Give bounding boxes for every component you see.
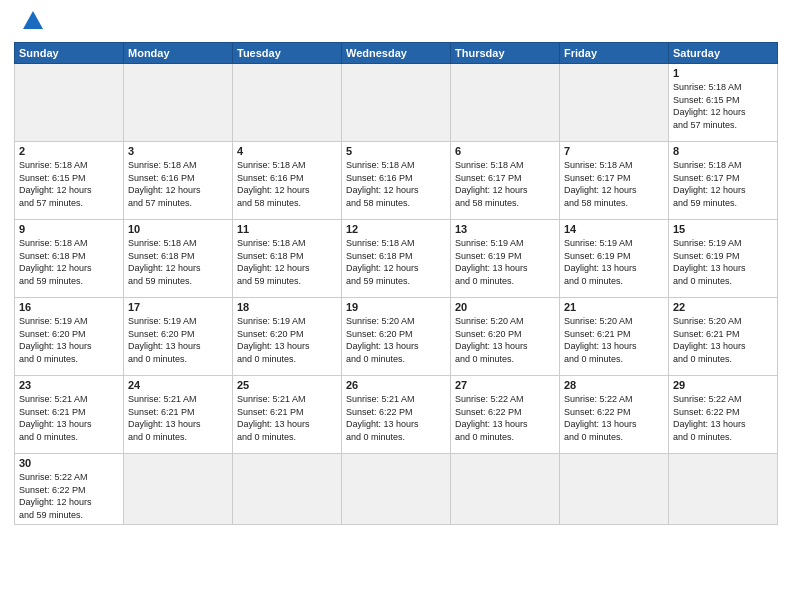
day-info: Sunrise: 5:18 AM Sunset: 6:16 PM Dayligh…: [346, 159, 446, 209]
day-number: 10: [128, 223, 228, 235]
header: [14, 10, 778, 34]
calendar-day-cell: [560, 454, 669, 525]
day-info: Sunrise: 5:19 AM Sunset: 6:19 PM Dayligh…: [673, 237, 773, 287]
day-info: Sunrise: 5:20 AM Sunset: 6:21 PM Dayligh…: [564, 315, 664, 365]
day-info: Sunrise: 5:19 AM Sunset: 6:20 PM Dayligh…: [19, 315, 119, 365]
calendar-day-cell: 5Sunrise: 5:18 AM Sunset: 6:16 PM Daylig…: [342, 142, 451, 220]
day-number: 5: [346, 145, 446, 157]
day-info: Sunrise: 5:22 AM Sunset: 6:22 PM Dayligh…: [455, 393, 555, 443]
day-number: 27: [455, 379, 555, 391]
calendar-day-cell: 28Sunrise: 5:22 AM Sunset: 6:22 PM Dayli…: [560, 376, 669, 454]
logo-area: [14, 10, 44, 34]
day-number: 15: [673, 223, 773, 235]
day-info: Sunrise: 5:21 AM Sunset: 6:21 PM Dayligh…: [128, 393, 228, 443]
calendar-week-row: 2Sunrise: 5:18 AM Sunset: 6:15 PM Daylig…: [15, 142, 778, 220]
day-info: Sunrise: 5:18 AM Sunset: 6:17 PM Dayligh…: [455, 159, 555, 209]
day-info: Sunrise: 5:20 AM Sunset: 6:20 PM Dayligh…: [455, 315, 555, 365]
calendar-day-cell: 12Sunrise: 5:18 AM Sunset: 6:18 PM Dayli…: [342, 220, 451, 298]
day-info: Sunrise: 5:22 AM Sunset: 6:22 PM Dayligh…: [564, 393, 664, 443]
day-number: 28: [564, 379, 664, 391]
calendar-day-header: Monday: [124, 43, 233, 64]
day-number: 24: [128, 379, 228, 391]
day-number: 4: [237, 145, 337, 157]
calendar-day-header: Sunday: [15, 43, 124, 64]
calendar-week-row: 23Sunrise: 5:21 AM Sunset: 6:21 PM Dayli…: [15, 376, 778, 454]
calendar-day-cell: 23Sunrise: 5:21 AM Sunset: 6:21 PM Dayli…: [15, 376, 124, 454]
day-info: Sunrise: 5:18 AM Sunset: 6:16 PM Dayligh…: [128, 159, 228, 209]
calendar-day-cell: 4Sunrise: 5:18 AM Sunset: 6:16 PM Daylig…: [233, 142, 342, 220]
day-info: Sunrise: 5:18 AM Sunset: 6:18 PM Dayligh…: [237, 237, 337, 287]
day-info: Sunrise: 5:18 AM Sunset: 6:18 PM Dayligh…: [346, 237, 446, 287]
calendar-day-cell: 11Sunrise: 5:18 AM Sunset: 6:18 PM Dayli…: [233, 220, 342, 298]
calendar-day-cell: [451, 64, 560, 142]
day-number: 2: [19, 145, 119, 157]
calendar-header-row: SundayMondayTuesdayWednesdayThursdayFrid…: [15, 43, 778, 64]
calendar-day-cell: 10Sunrise: 5:18 AM Sunset: 6:18 PM Dayli…: [124, 220, 233, 298]
logo-triangle-icon: [22, 10, 44, 30]
calendar-day-cell: [342, 64, 451, 142]
calendar-day-cell: 2Sunrise: 5:18 AM Sunset: 6:15 PM Daylig…: [15, 142, 124, 220]
calendar-day-cell: 22Sunrise: 5:20 AM Sunset: 6:21 PM Dayli…: [669, 298, 778, 376]
day-number: 30: [19, 457, 119, 469]
calendar-day-cell: 26Sunrise: 5:21 AM Sunset: 6:22 PM Dayli…: [342, 376, 451, 454]
calendar-day-cell: 15Sunrise: 5:19 AM Sunset: 6:19 PM Dayli…: [669, 220, 778, 298]
svg-marker-0: [23, 11, 43, 29]
day-number: 26: [346, 379, 446, 391]
calendar-day-cell: 24Sunrise: 5:21 AM Sunset: 6:21 PM Dayli…: [124, 376, 233, 454]
calendar-week-row: 1Sunrise: 5:18 AM Sunset: 6:15 PM Daylig…: [15, 64, 778, 142]
calendar-day-cell: [233, 454, 342, 525]
calendar-day-header: Wednesday: [342, 43, 451, 64]
day-info: Sunrise: 5:18 AM Sunset: 6:17 PM Dayligh…: [564, 159, 664, 209]
day-number: 14: [564, 223, 664, 235]
day-info: Sunrise: 5:20 AM Sunset: 6:21 PM Dayligh…: [673, 315, 773, 365]
day-info: Sunrise: 5:21 AM Sunset: 6:21 PM Dayligh…: [19, 393, 119, 443]
calendar-day-cell: 29Sunrise: 5:22 AM Sunset: 6:22 PM Dayli…: [669, 376, 778, 454]
calendar-day-cell: 16Sunrise: 5:19 AM Sunset: 6:20 PM Dayli…: [15, 298, 124, 376]
calendar-day-cell: [124, 454, 233, 525]
day-number: 9: [19, 223, 119, 235]
calendar-table: SundayMondayTuesdayWednesdayThursdayFrid…: [14, 42, 778, 525]
calendar-day-cell: 9Sunrise: 5:18 AM Sunset: 6:18 PM Daylig…: [15, 220, 124, 298]
day-info: Sunrise: 5:18 AM Sunset: 6:18 PM Dayligh…: [128, 237, 228, 287]
calendar-day-cell: [124, 64, 233, 142]
day-number: 16: [19, 301, 119, 313]
day-number: 25: [237, 379, 337, 391]
calendar-day-cell: 17Sunrise: 5:19 AM Sunset: 6:20 PM Dayli…: [124, 298, 233, 376]
day-info: Sunrise: 5:21 AM Sunset: 6:21 PM Dayligh…: [237, 393, 337, 443]
calendar-day-cell: 18Sunrise: 5:19 AM Sunset: 6:20 PM Dayli…: [233, 298, 342, 376]
day-info: Sunrise: 5:19 AM Sunset: 6:20 PM Dayligh…: [128, 315, 228, 365]
calendar-day-cell: 19Sunrise: 5:20 AM Sunset: 6:20 PM Dayli…: [342, 298, 451, 376]
day-number: 23: [19, 379, 119, 391]
day-info: Sunrise: 5:18 AM Sunset: 6:16 PM Dayligh…: [237, 159, 337, 209]
day-number: 12: [346, 223, 446, 235]
day-info: Sunrise: 5:18 AM Sunset: 6:18 PM Dayligh…: [19, 237, 119, 287]
calendar-day-cell: 20Sunrise: 5:20 AM Sunset: 6:20 PM Dayli…: [451, 298, 560, 376]
calendar-day-cell: [669, 454, 778, 525]
day-number: 17: [128, 301, 228, 313]
calendar-day-cell: 8Sunrise: 5:18 AM Sunset: 6:17 PM Daylig…: [669, 142, 778, 220]
day-info: Sunrise: 5:19 AM Sunset: 6:19 PM Dayligh…: [455, 237, 555, 287]
calendar-day-cell: [233, 64, 342, 142]
day-number: 29: [673, 379, 773, 391]
day-number: 11: [237, 223, 337, 235]
day-info: Sunrise: 5:20 AM Sunset: 6:20 PM Dayligh…: [346, 315, 446, 365]
calendar-week-row: 9Sunrise: 5:18 AM Sunset: 6:18 PM Daylig…: [15, 220, 778, 298]
day-number: 19: [346, 301, 446, 313]
day-number: 21: [564, 301, 664, 313]
logo: [14, 10, 44, 34]
calendar-day-header: Saturday: [669, 43, 778, 64]
calendar-day-cell: [451, 454, 560, 525]
day-number: 13: [455, 223, 555, 235]
day-info: Sunrise: 5:19 AM Sunset: 6:19 PM Dayligh…: [564, 237, 664, 287]
day-info: Sunrise: 5:18 AM Sunset: 6:17 PM Dayligh…: [673, 159, 773, 209]
day-info: Sunrise: 5:22 AM Sunset: 6:22 PM Dayligh…: [673, 393, 773, 443]
calendar-day-cell: [560, 64, 669, 142]
calendar-day-header: Friday: [560, 43, 669, 64]
day-number: 7: [564, 145, 664, 157]
calendar-day-cell: 21Sunrise: 5:20 AM Sunset: 6:21 PM Dayli…: [560, 298, 669, 376]
day-number: 1: [673, 67, 773, 79]
page: SundayMondayTuesdayWednesdayThursdayFrid…: [0, 0, 792, 612]
day-info: Sunrise: 5:19 AM Sunset: 6:20 PM Dayligh…: [237, 315, 337, 365]
calendar-day-cell: 1Sunrise: 5:18 AM Sunset: 6:15 PM Daylig…: [669, 64, 778, 142]
day-number: 20: [455, 301, 555, 313]
